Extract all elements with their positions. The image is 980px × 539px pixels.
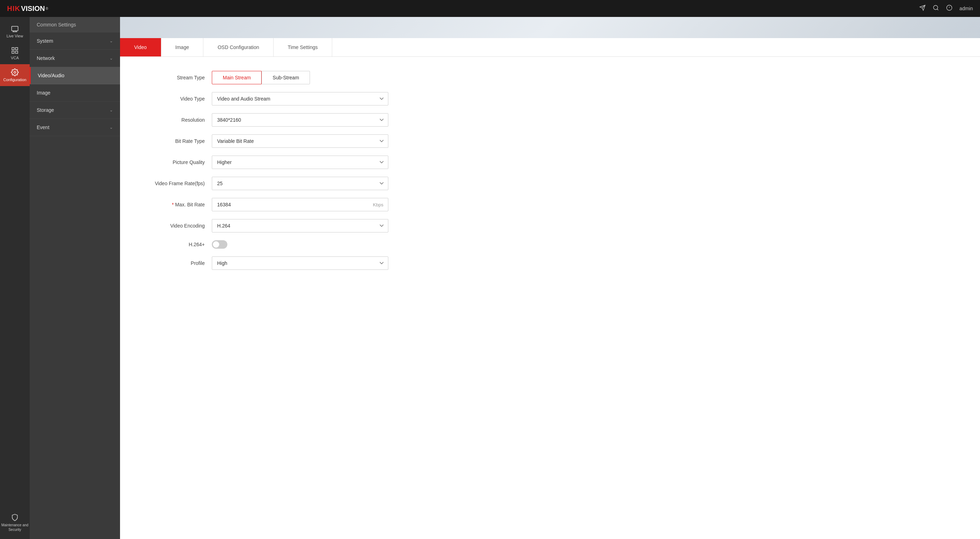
icon-sidebar: Live View VCA Configuration Maintenance … [0,17,30,539]
svg-rect-14 [16,51,18,53]
nav-video-audio-label: Video/Audio [38,73,64,78]
svg-rect-11 [12,48,14,50]
content-area: Stream Type Main Stream Sub-Stream Video… [120,57,980,539]
stream-type-row: Stream Type Main Stream Sub-Stream [141,71,959,84]
header-image [120,17,980,38]
tab-video-label: Video [134,44,147,50]
resolution-row: Resolution 3840*2160 1920*1080 1280*720 [141,113,959,127]
nav-item-event[interactable]: Event ⌄ [30,119,120,136]
video-type-label: Video Type [141,96,205,101]
app-logo: HIKVISION® [7,5,48,13]
resolution-select[interactable]: 3840*2160 1920*1080 1280*720 [212,113,388,127]
picture-quality-row: Picture Quality Highest Higher High Medi… [141,155,959,169]
username-label: admin [959,6,973,11]
max-bit-rate-wrapper: Kbps [212,198,388,211]
toggle-slider [212,240,228,249]
live-view-icon [11,25,19,32]
tab-image-label: Image [175,44,189,50]
video-frame-rate-label: Video Frame Rate(fps) [141,181,205,186]
nav-network-label: Network [37,55,55,61]
maintenance-icon [11,514,19,522]
bit-rate-type-row: Bit Rate Type Variable Bit Rate Constant… [141,135,959,148]
main-content: Video Image OSD Configuration Time Setti… [120,17,980,539]
profile-label: Profile [141,260,205,266]
h264plus-toggle[interactable] [212,240,228,249]
chevron-down-icon: ⌄ [110,56,113,61]
picture-quality-select[interactable]: Highest Higher High Medium Low [212,155,388,169]
svg-rect-12 [16,48,18,50]
sidebar-label-maintenance: Maintenance and Security [0,523,30,532]
vca-icon [11,46,19,54]
video-frame-rate-select[interactable]: 25 30 15 10 5 [212,177,388,190]
sidebar-item-maintenance[interactable]: Maintenance and Security [0,509,30,539]
video-type-select[interactable]: Video and Audio Stream Video Stream [212,92,388,105]
chevron-down-icon: ⌄ [110,38,113,43]
sidebar-label-live-view: Live View [7,34,23,38]
required-star: * [172,202,174,208]
nav-item-network[interactable]: Network ⌄ [30,50,120,67]
topbar-right: admin [919,5,973,12]
tab-osd-configuration[interactable]: OSD Configuration [204,38,274,56]
sidebar-label-vca: VCA [11,56,19,60]
resolution-label: Resolution [141,117,205,123]
nav-item-storage[interactable]: Storage ⌄ [30,101,120,119]
h264plus-toggle-wrapper [212,240,228,249]
chevron-down-icon: ⌄ [110,108,113,113]
tab-osd-label: OSD Configuration [218,44,259,50]
video-encoding-label: Video Encoding [141,223,205,228]
sub-stream-button[interactable]: Sub-Stream [262,71,310,84]
logo-vision: VISION [21,5,45,13]
nav-sidebar: Common Settings System ⌄ Network ⌄ Video… [30,17,120,539]
stream-type-group: Main Stream Sub-Stream [212,71,310,84]
video-encoding-row: Video Encoding H.264 H.265 MJPEG [141,219,959,233]
chevron-down-icon: ⌄ [110,125,113,130]
profile-row: Profile Baseline Main High [141,257,959,270]
nav-item-system[interactable]: System ⌄ [30,32,120,50]
nav-item-video-audio[interactable]: Video/Audio [30,67,120,84]
picture-quality-label: Picture Quality [141,159,205,165]
nav-item-image[interactable]: Image [30,84,120,101]
sidebar-item-live-view[interactable]: Live View [0,21,30,42]
kbps-suffix: Kbps [373,202,383,208]
nav-image-label: Image [37,90,51,95]
configuration-icon [11,68,19,76]
h264plus-row: H.264+ [141,240,959,249]
stream-type-label: Stream Type [141,75,205,81]
max-bit-rate-label: * Max. Bit Rate [141,202,205,208]
send-icon[interactable] [919,5,926,12]
video-frame-rate-row: Video Frame Rate(fps) 25 30 15 10 5 [141,177,959,190]
tab-image[interactable]: Image [161,38,204,56]
svg-point-15 [14,71,16,73]
sidebar-item-configuration[interactable]: Configuration [0,64,30,86]
logo-reg: ® [46,7,48,11]
svg-line-3 [937,9,938,10]
logo-hik: HIK [7,5,20,13]
tab-time-label: Time Settings [288,44,318,50]
common-settings-label: Common Settings [37,22,76,27]
max-bit-rate-row: * Max. Bit Rate Kbps [141,198,959,211]
nav-event-label: Event [37,125,49,130]
bit-rate-type-label: Bit Rate Type [141,138,205,144]
max-bit-rate-input[interactable] [212,198,388,211]
info-icon[interactable] [946,5,953,12]
tab-video[interactable]: Video [120,38,161,56]
svg-rect-13 [12,51,14,53]
nav-system-label: System [37,38,53,44]
sidebar-label-configuration: Configuration [3,78,26,82]
sidebar-item-vca[interactable]: VCA [0,42,30,64]
nav-storage-label: Storage [37,107,54,113]
h264plus-label: H.264+ [141,242,205,247]
tab-time-settings[interactable]: Time Settings [274,38,332,56]
video-type-row: Video Type Video and Audio Stream Video … [141,92,959,105]
extra-row [141,277,959,285]
bit-rate-type-select[interactable]: Variable Bit Rate Constant Bit Rate [212,135,388,148]
main-stream-button[interactable]: Main Stream [212,71,262,84]
search-icon[interactable] [933,5,939,12]
video-encoding-select[interactable]: H.264 H.265 MJPEG [212,219,388,233]
nav-section-common-settings: Common Settings [30,17,120,32]
tab-bar: Video Image OSD Configuration Time Setti… [120,38,980,57]
svg-rect-7 [12,27,18,31]
svg-point-2 [934,5,938,10]
profile-select[interactable]: Baseline Main High [212,257,388,270]
topbar: HIKVISION® admin [0,0,980,17]
